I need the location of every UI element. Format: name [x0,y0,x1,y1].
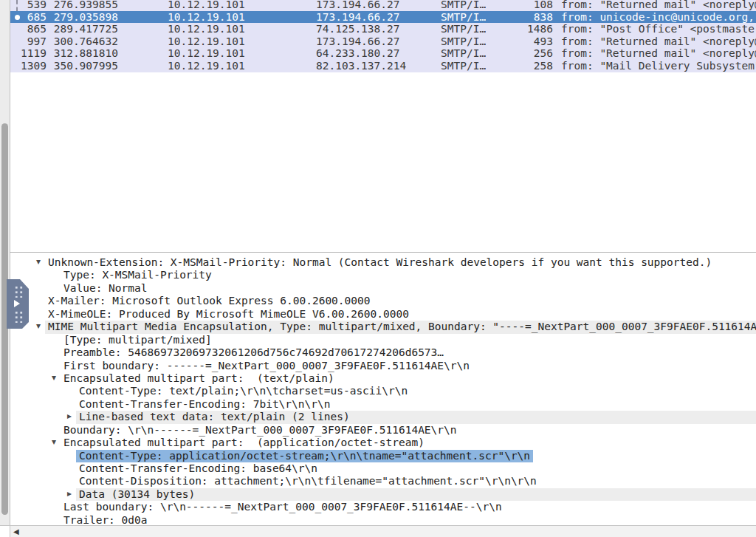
packet-length: 493 [490,35,553,48]
detail-tree-item[interactable]: ▾ Encapsulated multipart part: (text/pla… [10,372,756,385]
packet-row[interactable]: 539 276.939855 10.12.19.101 173.194.66.2… [10,0,756,11]
scrollbar-corner [0,526,10,537]
packet-row[interactable]: 1309 350.907995 10.12.19.101 82.103.137.… [10,60,756,72]
packet-destination: 173.194.66.27 [316,11,400,24]
packet-protocol: SMTP/I… [441,0,486,11]
detail-text: Type: X-MSMail-Priority [63,269,212,281]
detail-tree-item[interactable]: Content-Type: text/plain;\r\n\tcharset=u… [10,385,756,397]
packet-time: 350.907995 [53,60,118,72]
detail-tree-item[interactable]: Trailer: 0d0a [10,514,756,525]
detail-text: Content-Transfer-Encoding: base64\r\n [79,462,317,475]
detail-tree-item[interactable]: Last boundary: \r\n------=_NextPart_000_… [10,501,756,513]
detail-tree-item[interactable]: [Type: multipart/mixed] [10,334,756,346]
expander-down-icon[interactable]: ▾ [48,436,60,448]
packet-destination: 64.233.180.27 [316,47,400,60]
packet-destination: 74.125.138.27 [316,23,400,35]
detail-text: Data (30134 bytes) [79,488,195,501]
packet-protocol: SMTP/I… [441,60,486,72]
packet-no: 865 [18,23,47,35]
detail-tree-item[interactable]: Boundary: \r\n------=_NextPart_000_0007_… [10,424,756,437]
packet-protocol: SMTP/I… [441,47,486,60]
packet-row[interactable]: 685 279.035898 10.12.19.101 173.194.66.2… [10,11,756,24]
packet-length: 256 [490,47,553,60]
packet-row[interactable]: 1119 312.881810 10.12.19.101 64.233.180.… [10,47,756,60]
detail-tree-item[interactable]: X-Mailer: Microsoft Outlook Express 6.00… [10,295,756,307]
packet-source: 10.12.19.101 [168,47,245,60]
packet-row[interactable]: 865 289.417725 10.12.19.101 74.125.138.2… [10,23,756,35]
packet-time: 312.881810 [53,47,118,60]
detail-tree-item[interactable]: ▾ Unknown-Extension: X-MSMail-Priority: … [10,256,756,269]
detail-text: Encapsulated multipart part: (text/plain… [63,372,334,385]
drawer-handle[interactable] [7,279,29,329]
detail-text: X-MimeOLE: Produced By Microsoft MimeOLE… [48,308,409,321]
detail-text: [Type: multipart/mixed] [63,334,212,346]
expander-right-icon[interactable]: ▸ [63,410,75,423]
detail-tree-item[interactable]: Value: Normal [10,282,756,295]
bottom-horizontal-scrollbar[interactable]: ◀ [10,526,756,537]
detail-text: Last boundary: \r\n------=_NextPart_000_… [63,501,502,513]
detail-text: Content-Transfer-Encoding: 7bit\r\n\r\n [79,398,330,411]
packet-info: from: "Post Office" <postmaster@ [561,23,756,35]
packet-info: from: "Returned mail" <noreply@m [561,35,756,48]
detail-tree-item[interactable]: ▸ Data (30134 bytes) [10,488,756,501]
packet-no: 1119 [18,47,47,60]
packet-time: 276.939855 [53,0,118,11]
packet-source: 10.12.19.101 [168,0,245,11]
detail-tree-item[interactable]: ▾ Encapsulated multipart part: (applicat… [10,437,756,449]
packet-time: 300.764632 [53,35,118,48]
detail-text: MIME Multipart Media Encapsulation, Type… [48,321,756,333]
detail-lines: ▾ Unknown-Extension: X-MSMail-Priority: … [10,256,756,525]
expander-down-icon[interactable]: ▾ [32,256,44,268]
detail-text: Content-Disposition: attachment;\r\n\tfi… [79,475,537,488]
packet-row[interactable]: 997 300.764632 10.12.19.101 173.194.66.2… [10,35,756,48]
detail-text: Content-Type: application/octet-stream;\… [76,450,533,462]
detail-text: Preamble: 546869732069732061206d756c7469… [63,346,444,359]
detail-tree-item[interactable]: Preamble: 546869732069732061206d756c7469… [10,346,756,359]
related-packets-line [16,0,18,11]
packet-length: 258 [490,60,553,72]
packet-info: from: "Mail Delivery Subsystem" [561,60,756,72]
packet-protocol: SMTP/I… [441,35,486,48]
packet-source: 10.12.19.101 [168,23,245,35]
packet-destination: 173.194.66.27 [316,0,400,11]
drag-dots-icon [13,284,23,298]
packet-length: 838 [490,11,553,24]
packet-time: 289.417725 [53,23,118,35]
expander-right-icon[interactable]: ▸ [63,488,75,500]
packet-protocol: SMTP/I… [441,23,486,35]
packet-source: 10.12.19.101 [168,11,245,24]
detail-text: Line-based text data: text/plain (2 line… [79,411,350,423]
detail-tree-item[interactable]: X-MimeOLE: Produced By Microsoft MimeOLE… [10,308,756,321]
detail-text: Unknown-Extension: X-MSMail-Priority: No… [48,256,712,269]
packet-destination: 82.103.137.214 [316,60,406,72]
packet-destination: 173.194.66.27 [316,35,400,48]
detail-text: Encapsulated multipart part: (applicatio… [63,437,425,449]
detail-text: Trailer: 0d0a [63,514,148,525]
expander-down-icon[interactable]: ▾ [32,320,44,332]
packet-list-pane: 539 276.939855 10.12.19.101 173.194.66.2… [10,0,756,74]
detail-tree-item[interactable]: ▾ MIME Multipart Media Encapsulation, Ty… [10,321,756,333]
detail-tree-item[interactable]: Content-Type: application/octet-stream;\… [10,450,756,462]
packet-no: 997 [18,35,47,48]
packet-info: from: unicode-inc@unicode.org, s [561,11,756,24]
detail-tree-item[interactable]: Content-Transfer-Encoding: 7bit\r\n\r\n [10,398,756,411]
detail-text: Content-Type: text/plain;\r\n\tcharset=u… [79,385,408,397]
packet-no: 539 [18,0,47,11]
packet-list-rows: 539 276.939855 10.12.19.101 173.194.66.2… [10,0,756,72]
drag-dots-icon [13,309,23,323]
detail-tree-item[interactable]: Content-Disposition: attachment;\r\n\tfi… [10,475,756,488]
expander-down-icon[interactable]: ▾ [48,372,60,384]
detail-text: Boundary: \r\n------=_NextPart_000_0007_… [63,424,457,437]
scroll-left-arrow-icon[interactable]: ◀ [13,526,19,537]
packet-source: 10.12.19.101 [168,60,245,72]
packet-info: from: "Returned mail" <noreply@m [561,47,756,60]
detail-tree-item[interactable]: Content-Transfer-Encoding: base64\r\n [10,462,756,475]
packet-no: 685 [18,11,47,24]
detail-tree-item[interactable]: ▸ Line-based text data: text/plain (2 li… [10,411,756,423]
detail-text: X-Mailer: Microsoft Outlook Express 6.00… [48,295,371,307]
left-vertical-scrollbar[interactable] [0,0,10,525]
related-packet-dot-icon [15,15,20,20]
expand-arrow-icon [14,300,20,307]
detail-tree-item[interactable]: Type: X-MSMail-Priority [10,269,756,281]
detail-tree-item[interactable]: First boundary: ------=_NextPart_000_000… [10,360,756,372]
